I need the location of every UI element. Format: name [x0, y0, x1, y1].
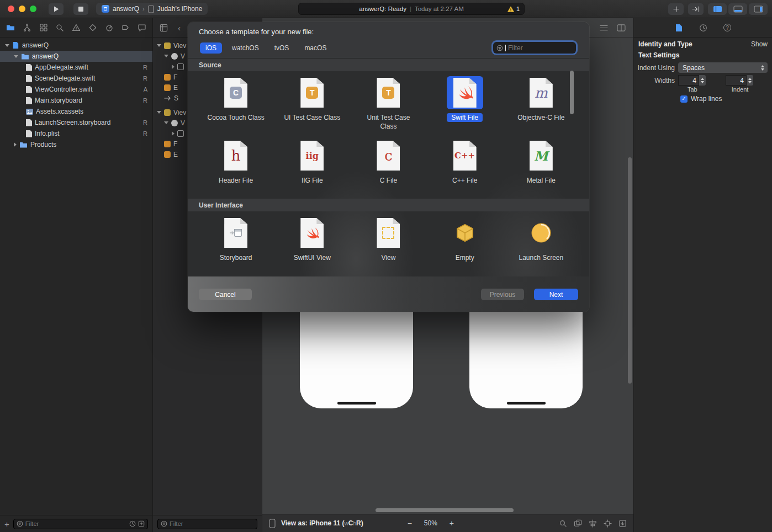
project-navigator-icon[interactable] — [6, 23, 15, 32]
status-badge: R — [143, 119, 147, 126]
zoom-out-button[interactable]: − — [408, 519, 412, 528]
align-icon[interactable] — [589, 519, 597, 528]
previous-button[interactable]: Previous — [481, 289, 524, 300]
template-storyboard[interactable]: Storyboard — [198, 216, 274, 263]
tab-ios[interactable]: iOS — [200, 42, 222, 54]
symbol-navigator-icon[interactable] — [39, 23, 48, 32]
navigator-filter-input[interactable] — [25, 520, 127, 527]
template-ui-test-case-class[interactable]: T UI Test Case Class — [274, 76, 350, 131]
zoom-to-fit-icon[interactable] — [559, 519, 567, 528]
disclosure-open-icon[interactable] — [5, 44, 9, 47]
tab-watchos[interactable]: watchOS — [226, 42, 265, 54]
close-window-button[interactable] — [8, 6, 14, 12]
disclosure-open-icon[interactable] — [164, 121, 168, 124]
stop-button[interactable] — [73, 3, 88, 15]
minimize-window-button[interactable] — [19, 6, 25, 12]
tab-macos[interactable]: macOS — [299, 42, 332, 54]
adjust-editor-options-icon[interactable] — [600, 24, 608, 31]
template-metal-file[interactable]: M Metal File — [503, 139, 579, 185]
quick-help-inspector-tab[interactable]: ? — [721, 24, 733, 31]
template-filter-field[interactable] — [493, 42, 576, 54]
source-control-status-filter-icon[interactable] — [138, 520, 145, 527]
file-inspector-tab[interactable] — [673, 24, 685, 32]
file-row-main-storyboard[interactable]: Main.storyboard R — [0, 95, 152, 106]
tab-width-field[interactable]: 4 — [678, 75, 699, 86]
zoom-in-button[interactable]: + — [450, 519, 454, 528]
indent-using-popup[interactable]: Spaces — [678, 62, 768, 73]
run-button[interactable] — [49, 3, 64, 15]
editor-only-button[interactable] — [708, 3, 727, 15]
disclosure-closed-icon[interactable] — [14, 142, 17, 147]
zoom-level[interactable]: 50% — [424, 519, 437, 527]
vertical-scrollbar[interactable] — [628, 157, 632, 384]
add-file-button[interactable]: + — [4, 520, 9, 528]
add-editor-icon[interactable] — [617, 24, 626, 31]
file-row-scenedelegate[interactable]: SceneDelegate.swift R — [0, 73, 152, 84]
test-navigator-icon[interactable] — [88, 23, 97, 32]
template-header-file[interactable]: h Header File — [198, 139, 274, 185]
device-bezel-icon[interactable] — [269, 519, 276, 528]
disclosure-open-icon[interactable] — [157, 44, 161, 47]
template-view[interactable]: View — [350, 216, 426, 263]
template-objective-c-file[interactable]: m Objective-C File — [503, 76, 579, 131]
outline-filter-input[interactable] — [170, 520, 254, 527]
resolve-autolayout-icon[interactable] — [618, 519, 627, 528]
template-c-file[interactable]: c C File — [350, 139, 426, 185]
issue-navigator-icon[interactable] — [72, 23, 81, 32]
template-unit-test-case-class[interactable]: T Unit Test Case Class — [350, 76, 426, 131]
disclosure-open-icon[interactable] — [14, 55, 18, 58]
template-launch-screen[interactable]: Launch Screen — [503, 216, 579, 263]
add-constraints-icon[interactable] — [604, 519, 612, 528]
disclosure-open-icon[interactable] — [157, 111, 161, 114]
show-link[interactable]: Show — [751, 40, 768, 48]
find-navigator-icon[interactable] — [55, 23, 64, 32]
next-button[interactable]: Next — [534, 289, 578, 300]
outline-grid-icon[interactable] — [160, 24, 168, 32]
group-row-answerq[interactable]: answerQ — [0, 51, 152, 62]
template-swiftui-view[interactable]: SwiftUI View — [274, 216, 350, 263]
tab-tvos[interactable]: tvOS — [269, 42, 295, 54]
tab-width-stepper[interactable] — [699, 75, 706, 86]
navigator-filter-field[interactable] — [13, 519, 148, 529]
view-as-control[interactable]: View as: iPhone 11 (wC hR) — [281, 519, 363, 527]
disclosure-closed-icon[interactable] — [172, 65, 175, 69]
report-navigator-icon[interactable] — [138, 23, 146, 32]
disclosure-closed-icon[interactable] — [172, 131, 175, 136]
zoom-window-button[interactable] — [30, 6, 36, 12]
template-cpp-file[interactable]: C++ C++ File — [427, 139, 503, 185]
editor-assistant-button[interactable] — [728, 3, 747, 15]
collapse-outline-icon[interactable]: ‹ — [178, 24, 181, 32]
file-row-viewcontroller[interactable]: ViewController.swift A — [0, 84, 152, 95]
dialog-scrollbar[interactable] — [570, 71, 574, 114]
hide-show-editor-button[interactable] — [688, 3, 704, 15]
inspector-panel: ? Identity and Type Show Text Settings I… — [633, 18, 772, 532]
template-filter-input[interactable] — [508, 44, 573, 52]
group-row-products[interactable]: Products — [0, 139, 152, 150]
template-cocoa-touch-class[interactable]: C Cocoa Touch Class — [198, 76, 274, 131]
debug-navigator-icon[interactable] — [105, 23, 114, 32]
cancel-button[interactable]: Cancel — [199, 289, 252, 300]
file-row-assets[interactable]: Assets.xcassets — [0, 106, 152, 117]
source-control-navigator-icon[interactable] — [23, 23, 31, 32]
indent-width-stepper[interactable] — [747, 75, 753, 86]
template-empty[interactable]: Empty — [427, 216, 503, 263]
disclosure-open-icon[interactable] — [164, 55, 168, 57]
project-row[interactable]: answerQ — [0, 40, 152, 51]
embed-in-icon[interactable] — [574, 519, 582, 528]
history-inspector-tab[interactable] — [697, 24, 709, 32]
scheme-destination-selector[interactable]: answerQ › Judah's iPhone — [96, 3, 208, 15]
recent-files-clock-icon[interactable] — [129, 520, 136, 527]
file-row-launchscreen[interactable]: LaunchScreen.storyboard R — [0, 117, 152, 128]
library-add-button[interactable] — [668, 3, 684, 15]
warning-badge[interactable]: 1 — [507, 3, 520, 14]
file-row-infoplist[interactable]: Info.plist R — [0, 128, 152, 139]
template-iig-file[interactable]: iig IIG File — [274, 139, 350, 185]
inspectors-toggle-button[interactable] — [749, 3, 768, 15]
indent-width-field[interactable]: 4 — [726, 75, 747, 86]
breakpoint-navigator-icon[interactable] — [121, 23, 130, 32]
wrap-lines-checkbox[interactable] — [680, 95, 688, 103]
horizontal-scrollbar[interactable] — [376, 508, 514, 512]
outline-filter-field[interactable] — [157, 519, 257, 529]
template-swift-file[interactable]: Swift File — [427, 76, 503, 131]
file-row-appdelegate[interactable]: AppDelegate.swift R — [0, 62, 152, 73]
